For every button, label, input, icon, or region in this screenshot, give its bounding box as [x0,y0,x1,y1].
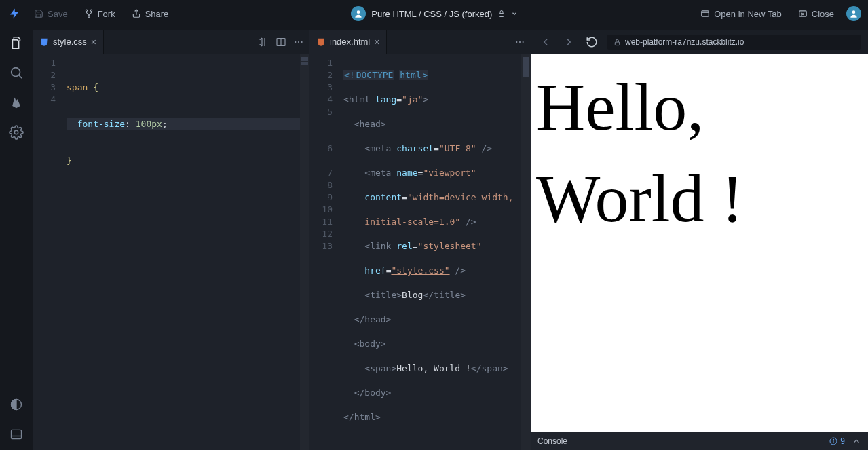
save-label: Save [48,9,68,19]
svg-point-25 [523,41,524,42]
save-button[interactable]: Save [30,6,72,22]
svg-rect-16 [12,430,22,438]
line-gutter: 1 2 3 4 [33,54,62,450]
share-label: Share [145,9,169,19]
tab-index-html[interactable]: index.html × [309,30,387,54]
line-gutter: 1 2 3 4 5 6 7 8 9 10 11 12 13 [309,54,339,450]
svg-point-1 [90,10,92,11]
reload-icon[interactable] [584,34,600,50]
user-avatar[interactable] [846,6,861,21]
svg-point-0 [86,10,87,11]
svg-point-29 [833,439,834,440]
chevron-down-icon[interactable] [511,10,518,17]
svg-line-13 [19,75,22,79]
svg-point-2 [88,16,89,18]
code-content[interactable]: span { font-size: 100px; } [62,54,309,450]
tab-label: style.css [53,37,87,47]
expand-console-icon[interactable] [852,436,861,446]
settings-icon[interactable] [7,124,25,141]
minimap[interactable] [300,54,309,450]
info-count: 9 [840,436,845,446]
preview-content: Hello, World ! [536,69,744,236]
tab-style-css[interactable]: style.css × [33,30,104,54]
explorer-icon[interactable] [7,34,25,52]
more-icon[interactable] [293,37,304,48]
console-bar[interactable]: Console 9 [531,432,868,450]
back-icon[interactable] [537,34,554,50]
svg-point-20 [295,41,296,42]
close-tab-icon[interactable]: × [374,37,379,48]
close-label: Close [812,9,834,19]
svg-point-23 [516,41,517,42]
svg-point-14 [14,130,18,134]
forward-icon[interactable] [561,34,577,50]
info-badge[interactable]: 9 [829,436,845,446]
svg-rect-5 [499,14,504,17]
svg-point-11 [852,10,856,14]
fork-button[interactable]: Fork [80,6,119,22]
more-icon[interactable] [514,37,525,48]
svg-point-24 [519,41,521,42]
css-file-icon [39,37,49,47]
editor-pane-html: index.html × 1 2 3 4 5 6 7 8 9 10 [309,30,531,450]
open-new-tab-button[interactable]: Open in New Tab [696,6,786,22]
firebase-icon[interactable] [7,94,25,111]
close-tab-icon[interactable]: × [91,37,96,48]
svg-point-21 [298,41,299,42]
tab-bar-right: index.html × [309,30,531,54]
svg-point-4 [357,10,360,14]
owner-avatar[interactable] [351,6,366,21]
svg-point-12 [12,68,20,77]
theme-icon[interactable] [7,396,25,413]
lock-icon[interactable] [497,10,506,18]
close-button[interactable]: Close [794,6,838,22]
lock-icon [614,39,621,46]
address-url: web-platform-ra7nzu.stackblitz.io [625,37,744,47]
tab-label: index.html [330,37,370,47]
preview-toolbar: web-platform-ra7nzu.stackblitz.io [531,30,868,54]
minimap[interactable] [521,54,531,450]
panel-icon[interactable] [7,426,25,443]
project-title[interactable]: Pure HTML / CSS / JS (forked) [371,9,492,19]
split-icon[interactable] [276,37,286,48]
top-toolbar: Save Fork Share Pure HTML / CSS / JS (fo… [0,0,868,27]
code-content[interactable]: <!DOCTYPE html> <html lang="ja"> <head> … [339,54,531,450]
code-area-html[interactable]: 1 2 3 4 5 6 7 8 9 10 11 12 13 <!DOCTYPE … [309,54,531,450]
preview-frame[interactable]: Hello, World ! [531,54,868,432]
console-label: Console [537,436,567,446]
fork-label: Fork [98,9,115,19]
address-bar[interactable]: web-platform-ra7nzu.stackblitz.io [607,35,861,50]
svg-rect-6 [702,11,709,16]
open-new-tab-label: Open in New Tab [714,9,782,19]
stackblitz-logo-icon[interactable] [7,6,22,21]
compare-icon[interactable] [258,37,269,48]
activity-bar [0,27,33,450]
svg-point-22 [301,41,303,42]
editor-pane-css: style.css × 1 2 3 4 span { font-size: 10… [33,30,309,450]
tab-bar-left: style.css × [33,30,309,54]
preview-panel: web-platform-ra7nzu.stackblitz.io Hello,… [531,30,868,450]
html-file-icon [316,37,326,47]
svg-rect-26 [615,42,619,45]
share-button[interactable]: Share [128,6,173,22]
code-area-css[interactable]: 1 2 3 4 span { font-size: 100px; } [33,54,309,450]
search-icon[interactable] [7,64,25,81]
